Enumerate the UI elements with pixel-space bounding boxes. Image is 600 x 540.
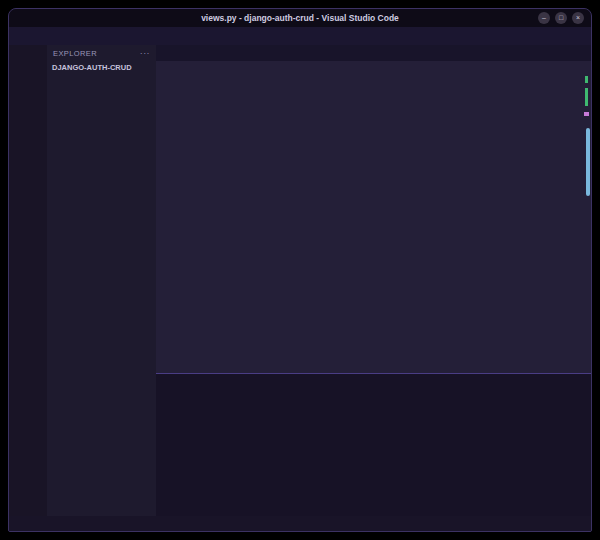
- breadcrumb: [156, 61, 591, 72]
- menu-bar: [9, 27, 591, 45]
- tree-root[interactable]: DJANGO-AUTH-CRUD: [47, 61, 156, 74]
- tab-bar: [156, 45, 591, 61]
- code-editor[interactable]: [156, 72, 591, 373]
- cursor-mark: [584, 112, 589, 116]
- maximize-button[interactable]: □: [555, 12, 567, 24]
- sidebar-header: EXPLORER ···: [47, 45, 156, 61]
- window-title: views.py - django-auth-crud - Visual Stu…: [201, 13, 399, 23]
- main-row: EXPLORER ··· DJANGO-AUTH-CRUD: [9, 45, 591, 516]
- activity-bar: [9, 45, 47, 516]
- title-bar: views.py - django-auth-crud - Visual Stu…: [9, 9, 591, 27]
- editor-zone: [156, 45, 591, 516]
- sidebar-title: EXPLORER: [53, 49, 97, 58]
- minimize-button[interactable]: –: [538, 12, 550, 24]
- close-button[interactable]: ×: [572, 12, 584, 24]
- status-bar: [9, 516, 591, 531]
- scrollbar-thumb[interactable]: [586, 128, 590, 196]
- vscode-window: views.py - django-auth-crud - Visual Stu…: [8, 8, 592, 532]
- git-change-mark: [585, 76, 588, 83]
- overview-ruler: [583, 72, 591, 373]
- bottom-panel: [156, 373, 591, 516]
- sidebar-more-icon[interactable]: ···: [140, 48, 150, 58]
- panel-header: [156, 374, 591, 391]
- window-controls: –□×: [538, 12, 584, 24]
- explorer-sidebar: EXPLORER ··· DJANGO-AUTH-CRUD: [47, 45, 156, 516]
- terminal-output[interactable]: [156, 391, 591, 516]
- tree-root-label: DJANGO-AUTH-CRUD: [52, 63, 132, 72]
- git-change-mark: [585, 88, 588, 106]
- file-tree: [47, 74, 156, 516]
